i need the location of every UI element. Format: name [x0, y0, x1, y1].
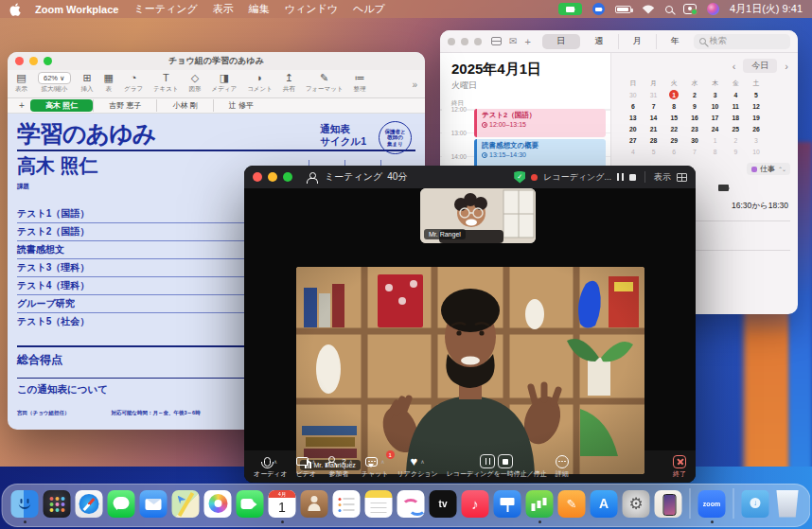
- dock-item-downloads[interactable]: [742, 490, 769, 518]
- mini-calendar-day[interactable]: 12: [746, 100, 767, 112]
- zoom-control-reactions[interactable]: ♥∧リアクション: [397, 454, 438, 479]
- mini-calendar-day[interactable]: 30: [684, 134, 705, 146]
- dock-item-safari[interactable]: [76, 490, 103, 518]
- numbers-tool-comment[interactable]: ◗コメント: [247, 72, 273, 94]
- menu-bar-clock[interactable]: 4月1日(火) 9:41: [730, 2, 803, 16]
- dock-item-maps[interactable]: [172, 490, 200, 518]
- dock-item-messages[interactable]: [108, 490, 135, 518]
- numbers-titlebar[interactable]: チョウ組の学習のあゆみ: [8, 52, 425, 70]
- numbers-tool-text[interactable]: Tテキスト: [153, 72, 179, 94]
- battery-icon[interactable]: [615, 6, 631, 13]
- zoom-control-more[interactable]: 詳細: [556, 454, 569, 479]
- mini-calendar-day[interactable]: 22: [663, 123, 684, 134]
- mini-calendar-day[interactable]: 6: [663, 146, 684, 157]
- participant-thumbnail-video[interactable]: Mr. Rangel: [420, 188, 536, 243]
- mini-calendar-day[interactable]: 29: [663, 134, 684, 146]
- view-button[interactable]: 表示: [654, 171, 671, 184]
- next-day-button[interactable]: ›: [783, 61, 790, 72]
- zoom-menu-bar-icon[interactable]: [592, 3, 605, 15]
- dock-item-music[interactable]: ♪: [462, 490, 489, 518]
- sheet-tab-1[interactable]: 吉野 恵子: [93, 99, 156, 112]
- mini-calendar-day[interactable]: 21: [644, 123, 664, 134]
- mini-calendar-day[interactable]: 11: [725, 100, 746, 112]
- mini-calendar-day[interactable]: 19: [746, 112, 767, 123]
- stop-recording-button[interactable]: [498, 454, 513, 468]
- toolbar-overflow-button[interactable]: »: [412, 79, 417, 90]
- sheet-tab-2[interactable]: 小林 剛: [156, 99, 212, 112]
- zoom-button[interactable]: [474, 38, 482, 45]
- minimize-button[interactable]: [268, 172, 277, 182]
- mini-calendar-day[interactable]: 3: [705, 89, 726, 100]
- numbers-tool-zoom[interactable]: 62% ∨拡大/縮小: [38, 72, 71, 94]
- zoom-titlebar[interactable]: ミーティング 40分 ✓ レコーディング... 表示: [244, 166, 696, 188]
- mini-calendar-day[interactable]: 13: [623, 112, 644, 123]
- view-tab-月[interactable]: 月: [618, 34, 656, 49]
- inbox-icon[interactable]: ✉: [509, 37, 517, 46]
- previous-day-button[interactable]: ‹: [731, 61, 738, 72]
- camera-in-use-indicator[interactable]: [558, 3, 582, 15]
- numbers-tool-share[interactable]: ↥共有: [283, 72, 295, 94]
- view-tab-日[interactable]: 日: [542, 34, 580, 49]
- dock-item-settings[interactable]: ⚙: [623, 490, 650, 518]
- numbers-tool-view[interactable]: ▤表示: [15, 72, 27, 94]
- calendar-event-1[interactable]: 読書感想文の概要13:15–14:30: [474, 139, 606, 168]
- mini-calendar-day[interactable]: 7: [684, 146, 705, 157]
- zoom-control-recording-pause-stop[interactable]: レコーディングを一時停止／停止: [447, 454, 547, 479]
- mini-calendar-day[interactable]: 24: [705, 123, 726, 134]
- zoom-control-video[interactable]: ∧ビデオ: [296, 454, 317, 479]
- dock-item-mail[interactable]: [140, 490, 168, 518]
- dock-item-notes[interactable]: [365, 490, 393, 518]
- numbers-tool-format[interactable]: ✎フォーマット: [306, 72, 344, 94]
- zoom-control-participants[interactable]: 2∧参加者: [325, 454, 353, 479]
- add-event-button[interactable]: +: [524, 36, 530, 47]
- dock-item-numbers[interactable]: [526, 490, 554, 518]
- close-button[interactable]: [448, 38, 455, 45]
- mini-calendar-day[interactable]: 8: [705, 146, 726, 157]
- mini-calendar-day[interactable]: 4: [623, 146, 644, 157]
- numbers-tool-shape[interactable]: ◇図形: [189, 72, 202, 94]
- zoom-button[interactable]: [283, 172, 292, 182]
- dock-item-trash[interactable]: [774, 490, 802, 518]
- dock-item-appstore[interactable]: A: [591, 490, 618, 518]
- mini-calendar-day[interactable]: 17: [705, 112, 726, 123]
- minimize-button[interactable]: [461, 38, 468, 45]
- mini-calendar-day[interactable]: 6: [623, 100, 644, 112]
- mini-calendar-day[interactable]: 15: [663, 112, 684, 123]
- chevron-up-icon[interactable]: ∧: [380, 458, 384, 465]
- numbers-tool-table[interactable]: ▦表: [104, 72, 114, 94]
- view-grid-icon[interactable]: [677, 173, 687, 182]
- apple-menu-icon[interactable]: [9, 3, 22, 16]
- chevron-up-icon[interactable]: ∧: [274, 458, 277, 465]
- menu-item-4[interactable]: ヘルプ: [353, 2, 385, 16]
- pause-recording-icon[interactable]: [617, 173, 624, 181]
- security-shield-icon[interactable]: ✓: [514, 171, 525, 184]
- dock-item-calendar[interactable]: 4月1: [269, 490, 296, 518]
- mini-calendar-day[interactable]: 14: [644, 112, 664, 123]
- dock-item-iphone[interactable]: [655, 490, 682, 518]
- mini-calendar-day[interactable]: 26: [746, 123, 767, 134]
- mini-calendar-day[interactable]: 16: [684, 112, 705, 123]
- siri-icon[interactable]: [707, 3, 719, 15]
- calendar-titlebar[interactable]: ✉ + 日週月年 検索: [440, 30, 798, 53]
- dock-item-freeform[interactable]: [397, 490, 425, 518]
- add-sheet-button[interactable]: +: [13, 100, 30, 111]
- mini-calendar-day[interactable]: 25: [725, 123, 746, 134]
- menu-item-0[interactable]: ミーティング: [133, 2, 197, 16]
- mini-calendar-day[interactable]: 3: [746, 134, 767, 146]
- mini-calendar-day[interactable]: 18: [725, 112, 746, 123]
- user-switch-icon[interactable]: [683, 4, 697, 14]
- wifi-icon[interactable]: [642, 5, 655, 14]
- mini-calendar-day[interactable]: 2: [725, 134, 746, 146]
- pause-recording-button[interactable]: [480, 454, 495, 468]
- mini-calendar-day[interactable]: 7: [644, 100, 664, 112]
- mini-calendar-day[interactable]: 30: [623, 89, 644, 100]
- mini-calendar[interactable]: 日月火水木金土303112345678910111213141516171819…: [623, 78, 767, 157]
- numbers-tool-insert[interactable]: ⊞挿入: [81, 72, 94, 94]
- calendar-search-field[interactable]: 検索: [694, 34, 790, 49]
- close-button[interactable]: [253, 172, 262, 182]
- menu-item-2[interactable]: 編集: [249, 2, 270, 16]
- spotlight-search-icon[interactable]: [665, 6, 673, 13]
- mini-calendar-day[interactable]: 5: [644, 146, 664, 157]
- mini-calendar-day[interactable]: 4: [725, 89, 746, 100]
- numbers-tool-media[interactable]: ◨メディア: [212, 72, 238, 94]
